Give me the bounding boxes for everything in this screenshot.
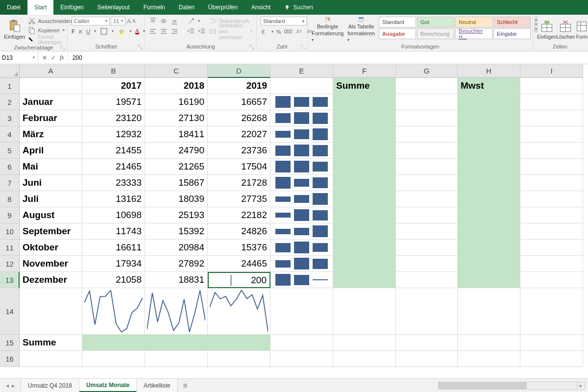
- cell-D14[interactable]: [208, 288, 270, 335]
- merge-center-button[interactable]: Verbinden und zentrieren▾: [209, 27, 252, 35]
- cell-F15[interactable]: [333, 335, 396, 351]
- tab-data[interactable]: Daten: [172, 0, 201, 15]
- cell-F16[interactable]: [333, 351, 396, 367]
- bold-button[interactable]: F: [72, 28, 75, 34]
- cell-B11[interactable]: 16611: [82, 240, 145, 256]
- cell-A12[interactable]: November: [20, 256, 82, 272]
- cell-I4[interactable]: [520, 126, 583, 143]
- cell-G10[interactable]: [396, 223, 458, 240]
- row-header-11[interactable]: 11: [0, 240, 20, 256]
- format-cells-button[interactable]: Form: [575, 17, 588, 42]
- cell-E1[interactable]: [270, 78, 333, 94]
- row-header-2[interactable]: 2: [0, 94, 20, 110]
- cell-I1[interactable]: [520, 78, 583, 94]
- style-eingabe[interactable]: Eingabe: [493, 28, 531, 39]
- name-box[interactable]: D13▼: [0, 51, 38, 64]
- cell-I8[interactable]: [520, 191, 583, 207]
- row-header-14[interactable]: 14: [0, 288, 20, 335]
- cell-B10[interactable]: 11743: [82, 223, 145, 240]
- select-all-corner[interactable]: [0, 64, 20, 78]
- format-as-table-button[interactable]: Als Tabelle formatieren ▾: [347, 17, 375, 42]
- cell-A10[interactable]: September: [20, 223, 82, 240]
- style-gut[interactable]: Gut: [417, 17, 454, 27]
- cell-B1[interactable]: 2017: [82, 78, 145, 94]
- cell-A14[interactable]: [20, 288, 82, 335]
- cell-G1[interactable]: [396, 78, 458, 94]
- range-summe-row[interactable]: [82, 335, 270, 351]
- cell-G6[interactable]: [396, 159, 458, 175]
- cell-D2[interactable]: 16657: [208, 94, 270, 110]
- range-summe[interactable]: [333, 94, 396, 288]
- cell-A1[interactable]: [20, 78, 82, 94]
- cell-E16[interactable]: [270, 351, 333, 367]
- dialog-launcher-icon[interactable]: [300, 45, 305, 49]
- cell-E5[interactable]: [270, 143, 333, 159]
- style-ausgabe[interactable]: Ausgabe: [379, 28, 416, 39]
- row-header-15[interactable]: 15: [0, 335, 20, 351]
- col-header-A[interactable]: A: [20, 64, 82, 78]
- increase-indent-icon[interactable]: [198, 27, 206, 35]
- cell-I5[interactable]: [520, 143, 583, 159]
- tab-start[interactable]: Start: [27, 0, 53, 15]
- cell-I15[interactable]: [520, 335, 583, 351]
- col-header-C[interactable]: C: [145, 64, 208, 78]
- cell-D13[interactable]: 200: [208, 272, 270, 288]
- percent-icon[interactable]: %: [276, 29, 281, 35]
- cell-G8[interactable]: [396, 191, 458, 207]
- cell-E3[interactable]: [270, 110, 333, 126]
- cell-C12[interactable]: 27892: [145, 256, 208, 272]
- insert-cells-button[interactable]: Einfügen: [537, 17, 556, 42]
- row-header-5[interactable]: 5: [0, 143, 20, 159]
- tab-file[interactable]: Datei: [0, 0, 27, 15]
- cell-B9[interactable]: 10698: [82, 207, 145, 223]
- accounting-icon[interactable]: €: [261, 28, 269, 36]
- col-header-I[interactable]: I: [520, 64, 583, 78]
- cell-A4[interactable]: März: [20, 126, 82, 143]
- cell-I14[interactable]: [520, 288, 583, 335]
- font-color-icon[interactable]: A: [135, 28, 139, 34]
- cell-D7[interactable]: 21728: [208, 175, 270, 191]
- cell-C10[interactable]: 15392: [145, 223, 208, 240]
- cell-C1[interactable]: 2018: [145, 78, 208, 94]
- col-header-E[interactable]: E: [270, 64, 333, 78]
- tab-insert[interactable]: Einfügen: [53, 0, 90, 15]
- cell-B12[interactable]: 17934: [82, 256, 145, 272]
- style-neutral[interactable]: Neutral: [455, 17, 492, 27]
- cell-I12[interactable]: [520, 256, 583, 272]
- style-schlecht[interactable]: Schlecht: [493, 17, 531, 27]
- tab-view[interactable]: Ansicht: [245, 0, 277, 15]
- cancel-edit-icon[interactable]: ✕: [42, 54, 47, 61]
- cell-H16[interactable]: [458, 351, 520, 367]
- cell-C14[interactable]: [145, 288, 208, 335]
- cell-I9[interactable]: [520, 207, 583, 223]
- cell-H1[interactable]: Mwst: [458, 78, 520, 94]
- tab-review[interactable]: Überprüfen: [201, 0, 245, 15]
- style-berechnung[interactable]: Berechnung: [417, 28, 454, 39]
- confirm-edit-icon[interactable]: ✓: [51, 54, 56, 61]
- increase-font-icon[interactable]: A: [126, 17, 131, 25]
- format-painter-button[interactable]: Format übertragen: [28, 35, 72, 44]
- dialog-launcher-icon[interactable]: [249, 45, 254, 49]
- cell-E14[interactable]: [270, 288, 333, 335]
- cell-G16[interactable]: [396, 351, 458, 367]
- align-top-icon[interactable]: [149, 17, 157, 25]
- decrease-indent-icon[interactable]: [187, 27, 195, 35]
- cell-E6[interactable]: [270, 159, 333, 175]
- cell-G4[interactable]: [396, 126, 458, 143]
- row-header-9[interactable]: 9: [0, 207, 20, 223]
- cell-D16[interactable]: [208, 351, 270, 367]
- cell-D6[interactable]: 17504: [208, 159, 270, 175]
- cell-I16[interactable]: [520, 351, 583, 367]
- cell-H14[interactable]: [458, 288, 520, 335]
- col-header-G[interactable]: G: [396, 64, 458, 78]
- cell-A5[interactable]: April: [20, 143, 82, 159]
- increase-decimal-icon[interactable]: .0: [295, 28, 303, 36]
- cell-G11[interactable]: [396, 240, 458, 256]
- cell-D12[interactable]: 24465: [208, 256, 270, 272]
- cell-D5[interactable]: 23736: [208, 143, 270, 159]
- cell-B13[interactable]: 21058: [82, 272, 145, 288]
- cell-F1[interactable]: Summe: [333, 78, 396, 94]
- cell-F14[interactable]: [333, 288, 396, 335]
- cell-E4[interactable]: [270, 126, 333, 143]
- col-header-B[interactable]: B: [82, 64, 145, 78]
